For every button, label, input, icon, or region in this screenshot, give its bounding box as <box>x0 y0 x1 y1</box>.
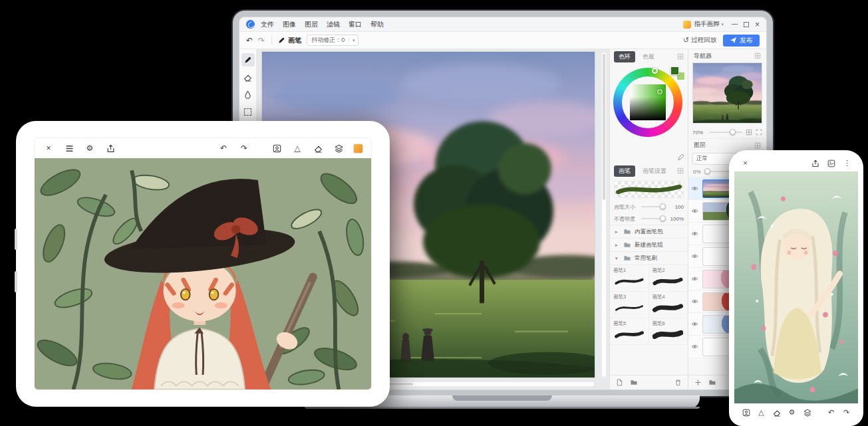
brush-item[interactable]: 画笔5 <box>610 318 649 345</box>
brush-item[interactable]: 画笔3 <box>610 292 649 318</box>
menu-icon[interactable] <box>63 142 75 154</box>
visibility-toggle[interactable] <box>690 185 700 192</box>
tab-brush[interactable]: 画笔 <box>614 165 635 177</box>
panel-grid-icon[interactable] <box>677 167 684 174</box>
export-icon[interactable] <box>104 142 116 154</box>
scrollbar-handle[interactable] <box>603 54 605 200</box>
redo-button[interactable]: ↷ <box>258 37 265 45</box>
close-button[interactable]: × <box>755 21 760 29</box>
zoom-slider[interactable] <box>709 132 742 133</box>
panel-grid-icon[interactable] <box>754 53 761 59</box>
brush-group-new[interactable]: ▸ 新建画笔组 <box>610 238 688 251</box>
shape-icon[interactable]: △ <box>756 407 766 417</box>
eyedropper-icon[interactable] <box>677 154 684 161</box>
new-brush-icon[interactable] <box>616 379 623 386</box>
tab-brush-settings[interactable]: 画笔设置 <box>638 165 671 177</box>
smudge-tool-button[interactable] <box>241 88 255 101</box>
slider-knob[interactable] <box>660 203 666 209</box>
visibility-toggle[interactable] <box>690 343 700 350</box>
visibility-toggle[interactable] <box>690 275 700 282</box>
stabilizer-dropdown[interactable]: 抖动修正：0 ▾ <box>307 35 359 46</box>
add-layer-icon[interactable] <box>694 379 702 386</box>
phone-canvas[interactable] <box>734 171 858 403</box>
replay-button[interactable]: ↺ 过程回放 <box>683 36 716 45</box>
panel-grid-icon[interactable] <box>754 142 761 149</box>
brush-opacity-row: 不透明度 100% <box>610 213 688 225</box>
sticker-icon[interactable] <box>741 407 751 417</box>
new-folder-icon[interactable] <box>630 379 638 386</box>
visibility-toggle[interactable] <box>690 253 700 260</box>
sv-indicator[interactable] <box>657 89 662 94</box>
minimize-button[interactable] <box>732 24 738 25</box>
brush-name: 画笔4 <box>652 294 684 300</box>
menu-item-layer[interactable]: 图层 <box>305 20 318 29</box>
navigator-header: 导航器 <box>688 49 766 62</box>
menu-item-image[interactable]: 图像 <box>283 20 296 29</box>
brush-item[interactable]: 画笔2 <box>649 265 688 292</box>
tablet-device: × ⚙ ↶ ↷ △ <box>16 121 390 407</box>
slider-knob[interactable] <box>660 215 666 221</box>
tab-color-wheel[interactable]: 色环 <box>614 51 635 62</box>
fit-screen-icon[interactable] <box>756 129 762 136</box>
trash-icon[interactable] <box>674 379 682 386</box>
color-swatches <box>670 66 685 81</box>
publish-button[interactable]: 发布 <box>723 35 760 47</box>
redo-icon[interactable]: ↷ <box>841 407 851 417</box>
pen-tool-button[interactable] <box>241 53 255 66</box>
brush-size-slider[interactable] <box>641 206 666 207</box>
eraser-icon[interactable] <box>312 142 324 154</box>
titlebar-right: 指手画脚 ▾ × <box>683 20 760 29</box>
eraser-tool-button[interactable] <box>241 70 255 84</box>
visibility-toggle[interactable] <box>690 320 700 328</box>
brush-item[interactable]: 画笔1 <box>610 265 649 292</box>
color-swatch[interactable] <box>353 144 363 154</box>
slider-knob[interactable] <box>730 129 736 135</box>
slider-knob[interactable] <box>704 168 710 174</box>
visibility-toggle[interactable] <box>690 207 700 215</box>
hue-indicator[interactable] <box>652 68 658 74</box>
menu-item-filter[interactable]: 滤镜 <box>327 20 340 29</box>
menu-item-file[interactable]: 文件 <box>261 20 274 29</box>
new-group-icon[interactable] <box>708 379 716 386</box>
navigator-preview[interactable] <box>692 62 762 124</box>
undo-button[interactable]: ↶ <box>246 37 253 45</box>
more-icon[interactable]: ⋮ <box>842 158 852 168</box>
tablet-canvas[interactable] <box>35 158 371 389</box>
undo-icon[interactable]: ↶ <box>217 142 229 154</box>
panel-grid-icon[interactable] <box>677 53 684 60</box>
sticker-icon[interactable] <box>271 142 283 154</box>
brush-item[interactable]: 画笔4 <box>649 292 688 318</box>
select-tool-button[interactable] <box>241 105 255 118</box>
gear-icon[interactable]: ⚙ <box>84 142 96 154</box>
brush-group-common[interactable]: ▾ 常用笔刷 <box>610 251 688 265</box>
close-icon[interactable]: × <box>740 158 750 168</box>
redo-icon[interactable]: ↷ <box>238 142 250 154</box>
opacity-slider[interactable] <box>641 218 666 219</box>
phone-device: × ⋮ △ ⚙ ↶ ↷ <box>729 150 863 426</box>
export-icon[interactable] <box>810 158 820 168</box>
layers-icon[interactable] <box>802 407 812 417</box>
shape-icon[interactable]: △ <box>291 142 303 154</box>
eye-icon <box>691 230 698 237</box>
stabilizer-value: 抖动修正：0 <box>307 36 349 45</box>
account-name[interactable]: 指手画脚 <box>694 20 719 29</box>
menu-item-window[interactable]: 窗口 <box>349 20 362 29</box>
maximize-button[interactable] <box>744 22 749 27</box>
eraser-icon <box>243 73 252 82</box>
tab-palette[interactable]: 色板 <box>638 51 659 62</box>
brush-item[interactable]: 画笔6 <box>649 318 688 345</box>
gear-icon[interactable]: ⚙ <box>787 407 797 417</box>
layers-icon[interactable] <box>333 142 345 154</box>
undo-icon[interactable]: ↶ <box>826 407 836 417</box>
menu-item-help[interactable]: 帮助 <box>370 20 384 29</box>
image-icon[interactable] <box>826 158 836 168</box>
brush-group-builtin[interactable]: ▸ 内置画笔包 <box>610 225 688 238</box>
primary-color-swatch[interactable] <box>670 66 679 75</box>
visibility-toggle[interactable] <box>690 298 700 305</box>
vertical-scrollbar[interactable] <box>601 52 607 377</box>
folder-icon <box>623 255 631 262</box>
visibility-toggle[interactable] <box>690 230 700 237</box>
eraser-icon[interactable] <box>772 407 782 417</box>
actual-size-icon[interactable] <box>746 129 752 136</box>
close-icon[interactable]: × <box>43 142 55 154</box>
